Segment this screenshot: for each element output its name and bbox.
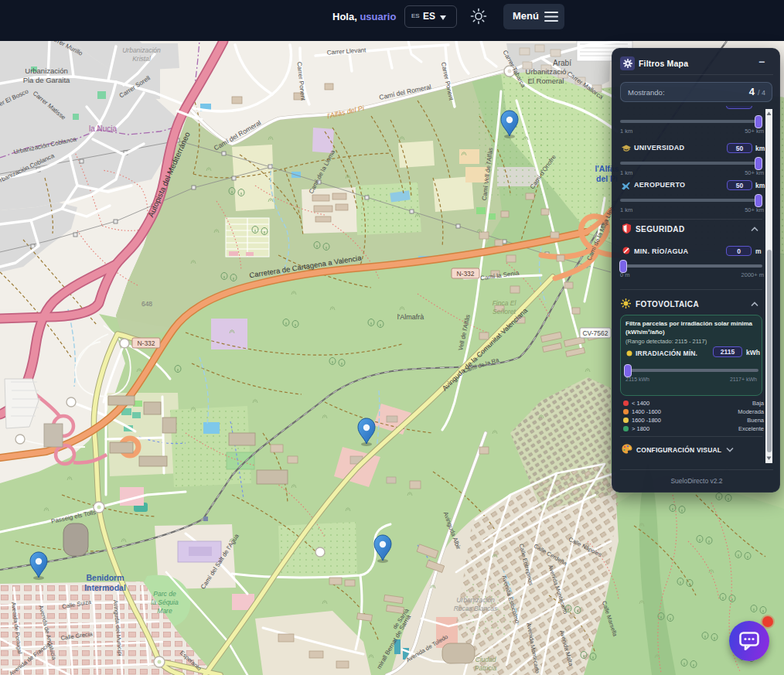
svg-text:Kristal: Kristal [132, 55, 152, 63]
svg-text:l'Almafrà: l'Almafrà [397, 313, 424, 321]
svg-text:Ciudad: Ciudad [476, 656, 496, 663]
svg-text:Señoret: Señoret [493, 308, 516, 315]
svg-text:Finca El: Finca El [493, 299, 517, 307]
svg-text:648: 648 [141, 300, 152, 308]
svg-text:CV-7562: CV-7562 [582, 329, 608, 337]
svg-text:Urbanización: Urbanización [25, 66, 67, 75]
svg-text:Intermodal: Intermodal [84, 583, 126, 592]
svg-text:N-332: N-332 [137, 339, 155, 347]
svg-text:Urbanització: Urbanització [526, 67, 567, 76]
svg-text:la Séquia: la Séquia [151, 598, 179, 606]
svg-text:Rocas Blancas: Rocas Blancas [454, 605, 498, 612]
svg-text:Pla de Garaita: Pla de Garaita [23, 76, 70, 84]
svg-text:la Nucia: la Nucia [89, 124, 118, 133]
svg-text:Benidorm: Benidorm [86, 573, 124, 582]
svg-text:Arabí: Arabí [553, 59, 571, 67]
svg-text:Urbanización: Urbanización [122, 46, 161, 54]
svg-text:Parc de: Parc de [153, 590, 176, 598]
svg-text:Mare: Mare [157, 607, 172, 615]
svg-text:N-332: N-332 [456, 270, 474, 278]
svg-text:El Romeral: El Romeral [528, 77, 564, 85]
svg-text:Patricia: Patricia [475, 664, 497, 672]
svg-text:Urbanización: Urbanización [456, 596, 495, 604]
